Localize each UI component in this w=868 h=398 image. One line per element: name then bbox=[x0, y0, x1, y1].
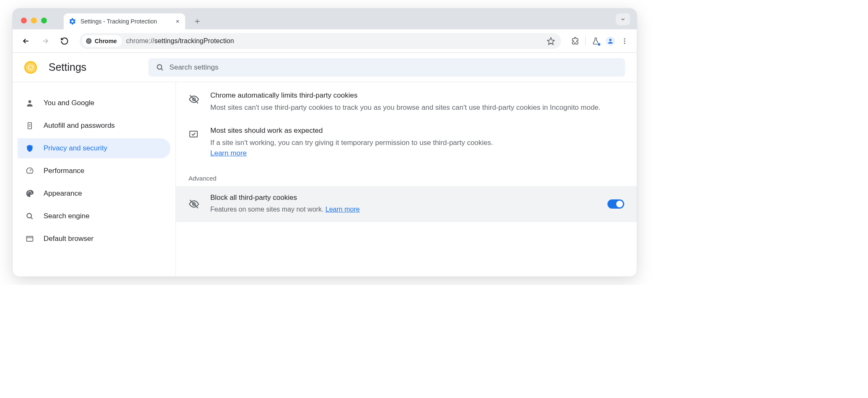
palette-icon bbox=[25, 189, 34, 198]
info-title: Most sites should work as expected bbox=[210, 127, 493, 135]
speedometer-icon bbox=[25, 167, 34, 175]
shield-icon bbox=[25, 144, 34, 152]
sidebar-item-label: Appearance bbox=[44, 189, 82, 198]
sidebar-item-appearance[interactable]: Appearance bbox=[18, 183, 170, 204]
close-tab-button[interactable] bbox=[175, 19, 180, 24]
setting-desc: Features on some sites may not work. Lea… bbox=[210, 204, 360, 215]
svg-point-6 bbox=[624, 42, 625, 44]
close-window-button[interactable] bbox=[21, 18, 27, 23]
browser-window: Settings - Tracking Protection Chrome bbox=[13, 8, 637, 277]
info-desc: If a site isn't working, you can try giv… bbox=[210, 137, 493, 148]
browser-window-icon bbox=[25, 235, 34, 243]
site-chip[interactable]: Chrome bbox=[82, 35, 122, 47]
settings-gear-icon bbox=[69, 18, 76, 25]
sidebar-item-label: Default browser bbox=[44, 235, 93, 243]
back-button[interactable] bbox=[18, 34, 34, 49]
maximize-window-button[interactable] bbox=[41, 18, 47, 23]
search-settings-input[interactable] bbox=[169, 63, 617, 72]
window-controls bbox=[20, 18, 51, 29]
info-title: Chrome automatically limits third-party … bbox=[210, 91, 601, 100]
info-desc: Most sites can't use third-party cookies… bbox=[210, 102, 601, 113]
minimize-window-button[interactable] bbox=[31, 18, 37, 23]
svg-point-2 bbox=[88, 40, 90, 42]
url-text: chrome://settings/trackingProtection bbox=[126, 37, 234, 45]
labs-flask-icon[interactable] bbox=[592, 37, 600, 45]
tab-title: Settings - Tracking Protection bbox=[80, 18, 171, 25]
chip-label: Chrome bbox=[95, 38, 117, 44]
svg-point-13 bbox=[27, 213, 31, 218]
separator bbox=[585, 36, 586, 46]
sidebar-item-label: Autofill and passwords bbox=[44, 121, 115, 130]
sidebar-item-default-browser[interactable]: Default browser bbox=[18, 229, 170, 249]
overflow-menu-icon[interactable] bbox=[621, 37, 628, 45]
chrome-icon bbox=[85, 38, 92, 44]
bookmark-star-icon[interactable] bbox=[547, 37, 555, 45]
address-bar[interactable]: Chrome chrome://settings/trackingProtect… bbox=[80, 33, 561, 49]
svg-point-5 bbox=[624, 40, 625, 41]
svg-rect-16 bbox=[190, 131, 197, 137]
block-all-cookies-toggle[interactable] bbox=[607, 199, 624, 209]
page-title: Settings bbox=[49, 61, 86, 73]
info-block-expected: Most sites should work as expected If a … bbox=[176, 117, 637, 163]
sidebar-item-label: You and Google bbox=[44, 99, 94, 107]
learn-more-link[interactable]: Learn more bbox=[210, 149, 247, 157]
sidebar-item-label: Performance bbox=[44, 167, 84, 175]
svg-point-11 bbox=[158, 65, 162, 69]
chrome-logo-icon bbox=[24, 61, 37, 74]
toolbar: Chrome chrome://settings/trackingProtect… bbox=[13, 29, 637, 53]
sidebar-item-label: Search engine bbox=[44, 212, 90, 220]
toolbar-actions bbox=[568, 36, 631, 46]
extensions-icon[interactable] bbox=[571, 37, 579, 45]
svg-point-4 bbox=[624, 38, 625, 39]
new-tab-button[interactable] bbox=[191, 15, 204, 28]
sidebar-item-you-and-google[interactable]: You and Google bbox=[18, 93, 170, 113]
search-icon bbox=[25, 212, 34, 220]
setting-block-all-cookies: Block all third-party cookies Features o… bbox=[176, 186, 637, 222]
search-settings-box[interactable] bbox=[148, 58, 625, 77]
sidebar: You and Google Autofill and passwords Pr… bbox=[13, 82, 176, 277]
svg-point-3 bbox=[609, 39, 611, 41]
learn-more-link[interactable]: Learn more bbox=[326, 206, 360, 213]
svg-rect-14 bbox=[27, 236, 33, 241]
person-icon bbox=[25, 99, 34, 107]
eye-off-icon bbox=[189, 91, 200, 113]
info-block-cookies: Chrome automatically limits third-party … bbox=[176, 82, 637, 117]
sidebar-item-label: Privacy and security bbox=[44, 144, 107, 152]
sidebar-item-search-engine[interactable]: Search engine bbox=[18, 206, 170, 226]
checkbox-icon bbox=[189, 127, 200, 159]
forward-button[interactable] bbox=[38, 34, 53, 49]
sidebar-item-autofill[interactable]: Autofill and passwords bbox=[18, 116, 170, 136]
profile-avatar-icon[interactable] bbox=[606, 36, 615, 46]
sidebar-item-privacy[interactable]: Privacy and security bbox=[18, 138, 170, 158]
tab-dropdown-button[interactable] bbox=[616, 13, 630, 25]
main-panel: Chrome automatically limits third-party … bbox=[176, 82, 637, 277]
section-label-advanced: Advanced bbox=[176, 163, 637, 186]
sidebar-item-performance[interactable]: Performance bbox=[18, 161, 170, 181]
clipboard-icon bbox=[25, 121, 34, 130]
eye-off-icon bbox=[189, 199, 200, 209]
setting-title: Block all third-party cookies bbox=[210, 194, 360, 202]
search-icon bbox=[156, 63, 164, 72]
tab-strip: Settings - Tracking Protection bbox=[13, 8, 637, 29]
browser-tab[interactable]: Settings - Tracking Protection bbox=[64, 13, 185, 29]
svg-point-12 bbox=[28, 100, 31, 103]
reload-button[interactable] bbox=[57, 34, 72, 49]
svg-point-10 bbox=[28, 65, 33, 70]
page-content: Settings You and Google Autofill and pas… bbox=[13, 53, 637, 277]
settings-header: Settings bbox=[13, 53, 637, 82]
